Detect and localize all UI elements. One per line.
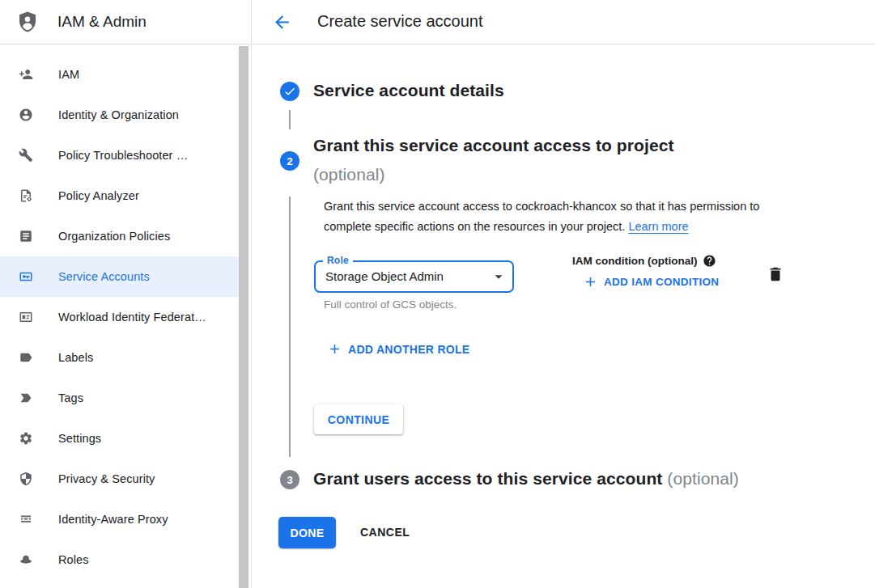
step2-number-badge: 2: [280, 151, 299, 171]
sidebar-item-label: Labels: [58, 351, 93, 364]
label-tag-icon: [19, 350, 33, 365]
sidebar-header: IAM & Admin: [0, 0, 251, 44]
sidebar-item-label: Settings: [58, 432, 101, 445]
back-arrow-icon[interactable]: [272, 12, 292, 32]
step3-optional-label: (optional): [667, 469, 739, 488]
sidebar-item-tags[interactable]: Tags: [0, 378, 239, 418]
sidebar-item-policy-analyzer[interactable]: Policy Analyzer: [0, 176, 239, 216]
done-button[interactable]: DONE: [278, 517, 336, 548]
step-connector: [289, 110, 291, 129]
sidebar-item-label: IAM: [58, 68, 79, 81]
sidebar-item-label: Roles: [58, 553, 89, 566]
half-shield-icon: [19, 472, 33, 486]
iam-condition-label: IAM condition (optional): [572, 254, 716, 268]
iam-admin-shield-icon: [15, 10, 40, 34]
sidebar-nav: IAM Identity & Organization Policy Troub…: [0, 45, 251, 580]
plus-icon: [327, 341, 342, 357]
page-title: Create service account: [317, 12, 483, 31]
role-helper-text: Full control of GCS objects.: [324, 298, 457, 311]
sidebar-item-label: Identity-Aware Proxy: [58, 513, 168, 526]
add-iam-condition-label: ADD IAM CONDITION: [604, 276, 719, 288]
sidebar-item-identity-organization[interactable]: Identity & Organization: [0, 95, 239, 135]
help-icon[interactable]: [703, 254, 716, 268]
sidebar-item-service-accounts[interactable]: Service Accounts: [0, 256, 239, 297]
person-add-icon: [19, 67, 33, 82]
chevron-down-icon: [490, 268, 508, 286]
step2-optional-label: (optional): [313, 165, 385, 184]
step3-title: Grant users access to this service accou…: [313, 469, 739, 489]
step3-number-badge: 3: [280, 470, 299, 489]
add-another-role-button[interactable]: ADD ANOTHER ROLE: [327, 341, 470, 357]
sidebar-item-labels[interactable]: Labels: [0, 337, 239, 378]
main-panel: Create service account Service account d…: [253, 0, 875, 588]
add-another-role-label: ADD ANOTHER ROLE: [348, 343, 470, 356]
document-lines-icon: [19, 229, 33, 243]
sidebar-item-label: Identity & Organization: [58, 108, 179, 121]
plus-icon: [583, 274, 598, 290]
description-text: Grant this service account access to coc…: [324, 200, 759, 233]
main-header: Create service account: [253, 0, 875, 44]
scrollbar-thumb[interactable]: [239, 46, 248, 588]
tag-arrow-icon: [19, 391, 33, 405]
sidebar-item-policy-troubleshooter[interactable]: Policy Troubleshooter …: [0, 135, 239, 176]
sidebar-item-organization-policies[interactable]: Organization Policies: [0, 216, 239, 256]
wrench-icon: [19, 148, 33, 163]
sidebar-scrollbar[interactable]: [239, 46, 248, 588]
sidebar-item-workload-identity-federation[interactable]: Workload Identity Federat…: [0, 297, 239, 337]
sidebar-item-label: Policy Troubleshooter …: [58, 149, 188, 162]
proxy-stripes-icon: [19, 512, 33, 527]
app-root: IAM & Admin IAM Identity & Organization …: [0, 0, 875, 588]
delete-role-button[interactable]: [767, 265, 784, 283]
sidebar-item-privacy-security[interactable]: Privacy & Security: [0, 459, 239, 499]
sidebar-item-roles[interactable]: Roles: [0, 539, 239, 580]
sidebar-item-label: Service Accounts: [58, 270, 150, 283]
continue-button[interactable]: CONTINUE: [314, 404, 403, 434]
step-connector: [289, 197, 291, 457]
iam-condition-label-text: IAM condition (optional): [572, 255, 697, 267]
sidebar-item-label: Policy Analyzer: [58, 189, 139, 202]
sidebar-item-label: Tags: [58, 391, 83, 404]
role-selected-value: Storage Object Admin: [325, 262, 444, 291]
sidebar: IAM & Admin IAM Identity & Organization …: [0, 0, 252, 588]
sidebar-item-settings[interactable]: Settings: [0, 418, 239, 459]
grant-access-description: Grant this service account access to coc…: [324, 197, 798, 237]
card-badge-icon: [19, 310, 33, 324]
step2-title: Grant this service account access to pro…: [313, 136, 674, 155]
sidebar-item-label: Workload Identity Federat…: [58, 311, 206, 324]
step1-title: Service account details: [313, 81, 504, 100]
sidebar-title: IAM & Admin: [57, 13, 147, 31]
step3-title-text: Grant users access to this service accou…: [313, 469, 662, 488]
hat-icon: [19, 552, 33, 567]
account-circle-icon: [19, 108, 33, 122]
service-account-key-icon: [19, 269, 33, 284]
sidebar-item-label: Privacy & Security: [58, 472, 155, 485]
sidebar-item-label: Organization Policies: [58, 230, 170, 243]
sidebar-item-iam[interactable]: IAM: [0, 54, 239, 95]
sidebar-item-identity-aware-proxy[interactable]: Identity-Aware Proxy: [0, 499, 239, 539]
learn-more-link[interactable]: Learn more: [628, 220, 688, 233]
step1-complete-check-icon: [280, 82, 299, 101]
role-select[interactable]: Role Storage Object Admin: [314, 260, 514, 293]
cancel-button[interactable]: CANCEL: [360, 517, 410, 548]
add-iam-condition-button[interactable]: ADD IAM CONDITION: [583, 274, 719, 290]
gear-icon: [19, 431, 33, 446]
policy-analyzer-icon: [19, 188, 33, 203]
